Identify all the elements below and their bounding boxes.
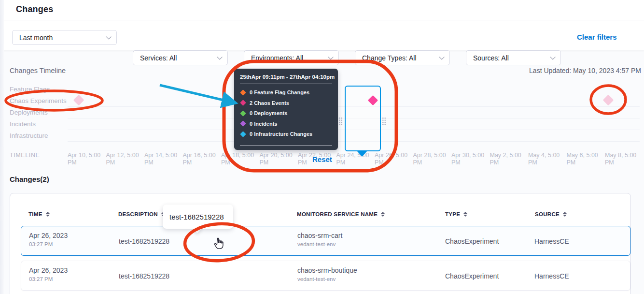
timeline-tick: Apr 16, 5:00PM [183,152,221,166]
page-title: Changes [16,4,53,15]
changes-table: TIMEDESCRIPTIONMONITORED SERVICE NAMETYP… [10,193,631,294]
legend-label: 0 Incidents [250,121,277,127]
hand-cursor-icon [212,237,225,253]
filter-dropdown[interactable]: Services: All [133,50,228,65]
column-header-label: DESCRIPTION [118,211,158,217]
changes-timeline-title: Changes Timeline [10,67,66,74]
cell-time: 03:27 PM [29,241,53,247]
column-header-label: TYPE [445,211,460,217]
sort-icon[interactable] [46,212,50,217]
hover-tooltip: test-1682519228 [163,205,233,229]
top-header: Changes [0,0,644,20]
clear-filters-button[interactable]: Clear filters [577,33,617,41]
legend-diamond-icon [240,100,246,106]
cell-type: ChaosExperiment [445,237,499,245]
cell-date: Apr 26, 2023 [29,232,68,239]
chevron-down-icon [106,34,111,39]
legend-label: 0 Feature Flag Changes [250,89,309,95]
tooltip-legend-item: 0 Feature Flag Changes [241,89,309,95]
timeline-tick: Apr 30, 5:00PM [451,152,489,166]
column-header[interactable]: DESCRIPTION [118,211,165,217]
cell-environment: vedant-test-env [297,241,336,247]
last-updated-text: Last Updated: May 10, 2023 4:57 PM [529,67,641,74]
sort-icon[interactable] [463,212,467,217]
cell-environment: vedant-test-env [297,276,336,282]
legend-label: 2 Chaos Events [250,100,289,106]
timeline-row-label: Deployments [10,109,48,116]
cell-date: Apr 26, 2023 [29,266,68,274]
sort-icon[interactable] [563,212,567,217]
filter-dropdown-value: Sources: All [473,54,509,62]
legend-label: 0 Infrastructure Changes [250,131,312,137]
column-header[interactable]: TYPE [445,211,467,217]
column-header-label: SOURCE [535,211,560,217]
timeline-row-label: Incidents [10,120,36,128]
cell-service-name: chaos-srm-cart [297,232,342,239]
column-header-label: TIME [28,211,42,217]
left-edge-strip [0,0,4,294]
timeline-tick: May 8, 5:00PM [605,152,643,166]
timeline-selection-brush[interactable] [345,86,381,151]
timeline-tick: May 4, 5:00PM [528,152,566,166]
tooltip-legend-item: 2 Chaos Events [241,100,289,106]
legend-diamond-icon [240,89,246,96]
column-header[interactable]: MONITORED SERVICE NAME [297,211,385,217]
brush-pointer-icon [357,151,367,157]
timeline-tick: Apr 14, 5:00PM [144,152,182,166]
time-range-dropdown[interactable]: Last month [12,30,117,45]
reset-button[interactable]: Reset [312,155,332,163]
legend-label: 0 Deployments [250,110,287,116]
table-row[interactable]: Apr 26, 202303:27 PMtest-1682519228chaos… [21,226,630,256]
sort-icon[interactable] [381,212,385,217]
timeline-tick: Apr 24, 5:00PM [336,152,374,166]
legend-diamond-icon [240,120,246,127]
brush-left-handle[interactable] [338,117,343,125]
timeline-tick: Apr 12, 5:00PM [106,152,144,166]
brush-right-handle[interactable] [382,117,386,125]
chevron-down-icon [439,54,444,59]
timeline-tick: Apr 20, 5:00PM [260,152,297,166]
filter-dropdown-value: Services: All [140,54,177,62]
filter-dropdown-value: Environments: All [251,54,303,62]
timeline-axis-label: TIMELINE [10,152,40,159]
tooltip-legend-item: 0 Infrastructure Changes [241,131,312,137]
cell-type: ChaosExperiment [445,272,499,280]
timeline-row-label: Feature Flags [10,86,50,93]
chevron-down-icon [328,54,333,59]
cell-service-name: chaos-srm-boutique [297,266,357,274]
cell-description: test-1682519228 [119,272,169,280]
legend-diamond-icon [240,131,246,137]
tooltip-divider [240,84,332,84]
timeline-tick: Apr 28, 5:00PM [413,152,451,166]
legend-diamond-icon [240,110,246,117]
timeline-tooltip-title: 25thApr 09:11pm - 27thApr 04:10pm [240,74,335,80]
column-header-label: MONITORED SERVICE NAME [297,211,378,217]
filter-dropdown[interactable]: Environments: All [244,50,339,65]
filter-dropdown[interactable]: Sources: All [466,50,561,65]
cell-source: HarnessCE [534,272,569,280]
filter-dropdown[interactable]: Change Types: All [355,50,450,65]
timeline-tick: Apr 26, 5:00PM [375,152,412,166]
timeline-tooltip: 25thApr 09:11pm - 27thApr 04:10pm 0 Feat… [234,69,338,150]
chaos-marker-selected[interactable] [368,95,378,105]
timeline-tick: May 6, 5:00PM [567,152,604,166]
cell-description: test-1682519228 [119,237,169,245]
tooltip-divider [240,146,332,146]
column-header[interactable]: SOURCE [535,211,567,217]
timeline-row-label: Chaos Experiments [10,97,67,104]
chevron-down-icon [550,54,555,59]
cell-source: HarnessCE [534,237,569,245]
tooltip-legend-item: 0 Deployments [241,110,287,116]
cell-time: 03:27 PM [29,276,53,282]
timeline-tick: Apr 10, 5:00PM [68,152,105,166]
changes-count-title: Changes(2) [10,175,49,183]
table-row[interactable]: Apr 26, 202303:27 PMtest-1682519228chaos… [21,261,630,291]
chevron-down-icon [217,54,222,59]
column-header[interactable]: TIME [28,211,50,217]
tooltip-legend-item: 0 Incidents [241,121,277,127]
time-range-value: Last month [19,34,53,42]
timeline-tick: Apr 18, 5:00PM [221,152,259,166]
filter-bar: Last month Services: AllEnvironments: Al… [0,20,644,50]
timeline-tick: May 2, 5:00PM [490,152,528,166]
filter-dropdown-value: Change Types: All [362,54,417,62]
